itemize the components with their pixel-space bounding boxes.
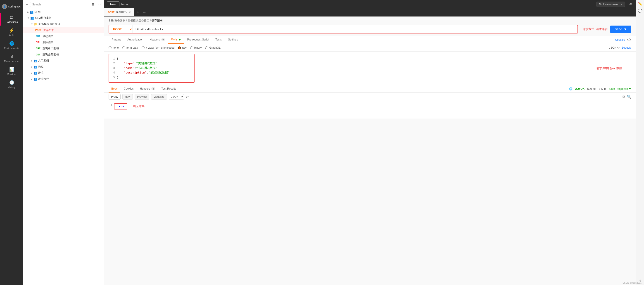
radio-form-data[interactable]: form-data — [122, 46, 138, 49]
import-button[interactable]: Import — [121, 2, 130, 6]
active-tab[interactable]: POST 保存图书 × — [104, 8, 134, 16]
get-single-label: 查询单个图书 — [42, 46, 59, 50]
url-input[interactable] — [133, 26, 578, 33]
filter-button[interactable]: ☰ — [90, 2, 96, 7]
settings-tab[interactable]: Settings — [225, 36, 241, 44]
add-tab-button[interactable]: + — [134, 8, 142, 16]
delete-book-label: 删除图书 — [42, 40, 54, 44]
response-time: 500 ms — [587, 87, 596, 90]
raw-button[interactable]: Raw — [122, 94, 133, 100]
search-response-button[interactable]: 🔍 — [627, 94, 631, 99]
tree-item-books-folder[interactable]: ▼ 📁 图书模块后台接口 — [22, 21, 104, 27]
tree-item-get-single[interactable]: GET 查询单个图书 — [22, 46, 104, 52]
cookies-link[interactable]: Cookies — [615, 38, 625, 42]
sidebar-item-monitors[interactable]: 📊 Monitors — [0, 65, 22, 78]
tree-item-ssm[interactable]: ▼ 👥 SSM整合案例 — [22, 15, 104, 21]
eye-icon[interactable]: 👁 — [628, 2, 633, 7]
search-input[interactable] — [30, 2, 89, 7]
intro-folder-icon: 👥 — [34, 59, 37, 62]
env-selector[interactable]: No Environment ▼ — [596, 2, 625, 7]
pretty-button[interactable]: Pretty — [108, 94, 120, 100]
radio-graphql[interactable]: GraphQL — [205, 46, 220, 49]
tree-container: ▶ 👥 REST ▼ 👥 SSM整合案例 ▼ 📁 图书模块后台接口 POST 保… — [22, 9, 104, 285]
radio-binary[interactable]: binary — [190, 46, 202, 49]
response-format-select[interactable]: JSON HTML Text — [169, 94, 184, 100]
visualize-button[interactable]: Visualize — [151, 94, 167, 100]
tree-item-rest[interactable]: ▶ 👥 REST — [22, 9, 104, 15]
sidebar-item-collections[interactable]: 🗂 Collections — [0, 13, 22, 26]
cursor-area — [108, 110, 631, 116]
tests-tab-label: Tests — [215, 38, 222, 41]
pre-request-tab[interactable]: Pre-request Script — [184, 36, 212, 44]
comment-icon[interactable]: 💬 — [638, 9, 642, 13]
beautify-button[interactable]: Beautify — [622, 46, 631, 49]
authorization-tab[interactable]: Authorization — [124, 36, 146, 44]
resp-cookies-tab[interactable]: Cookies — [121, 85, 136, 92]
breadcrumb-path: SSM整合案例 / 图书模块后台接口 / — [108, 19, 152, 22]
tree-item-intro[interactable]: ▶ 👥 入门案例 — [22, 58, 104, 64]
none-label: none — [113, 46, 119, 49]
new-collection-button[interactable]: + — [25, 2, 29, 7]
sidebar-item-history[interactable]: 🕐 History — [0, 78, 22, 91]
cursor-bar — [113, 111, 113, 114]
headers-tab[interactable]: Headers 9 — [146, 36, 168, 44]
method-select[interactable]: POST GET PUT DELETE — [109, 25, 133, 33]
radio-none[interactable]: none — [108, 46, 119, 49]
tree-item-save-book[interactable]: POST 保存图书 — [22, 27, 104, 33]
code-annotation: 请求体中的json数据 — [596, 66, 622, 70]
response-body: 1 true 响应结果 — [104, 101, 636, 119]
del-badge: DEL — [34, 41, 42, 44]
mock-servers-label: Mock Servers — [4, 60, 19, 62]
send-dropdown-icon[interactable]: ▼ — [624, 27, 627, 31]
graphql-label: GraphQL — [209, 46, 220, 49]
code-line-5: 5 } — [111, 75, 192, 80]
body-dot-indicator: ● — [179, 38, 181, 42]
tab-method-label: POST — [108, 11, 114, 14]
save-response-dropdown-icon: ▼ — [628, 87, 631, 90]
preview-button[interactable]: Preview — [134, 94, 149, 100]
request-path-chevron-icon: ▶ — [31, 78, 32, 80]
tree-item-request-path[interactable]: ▶ 👥 请求路径 — [22, 76, 104, 82]
code-editor[interactable]: 1 { 2 "type":"类别测试数据", 3 "name":"书名测试数据"… — [108, 54, 194, 83]
wrap-lines-button[interactable]: ⇌ — [186, 94, 189, 99]
new-button[interactable]: New — [107, 1, 120, 7]
save-response-button[interactable]: Save Response ▼ — [609, 87, 631, 90]
response-format-bar: Pretty Raw Preview Visualize JSON HTML T… — [104, 93, 636, 101]
resp-test-results-tab[interactable]: Test Results — [159, 85, 179, 92]
tab-close-button[interactable]: × — [129, 10, 131, 14]
resp-headers-tab[interactable]: Headers 4 — [137, 85, 158, 92]
code-icon[interactable]: </> — [627, 38, 631, 42]
tree-item-get-all[interactable]: GET 查询全部图书 — [22, 52, 104, 58]
request-group-label: 请求 — [38, 71, 44, 75]
tests-tab[interactable]: Tests — [212, 36, 225, 44]
code-line-2: 2 "type":"类别测试数据", — [111, 61, 192, 66]
collections-icon: 🗂 — [10, 15, 14, 20]
collections-panel: + ☰ ··· ▶ 👥 REST ▼ 👥 SSM整合案例 ▼ 📁 图书模块后台接… — [22, 0, 104, 285]
request-area: SSM整合案例 / 图书模块后台接口 / 保存图书 POST GET PUT D… — [104, 16, 636, 285]
response-true-value: true — [117, 105, 124, 108]
radio-raw[interactable]: raw — [178, 46, 186, 49]
get-badge-single: GET — [34, 47, 42, 50]
sidebar-item-apis[interactable]: ⚡ APIs — [0, 26, 22, 39]
more-tabs-icon[interactable]: ··· — [142, 11, 148, 14]
tree-item-delete-book[interactable]: DEL 删除图书 — [22, 39, 104, 46]
code-editor-wrapper: 1 { 2 "type":"类别测试数据", 3 "name":"书名测试数据"… — [104, 52, 636, 85]
params-tab[interactable]: Params — [108, 36, 124, 44]
edit-icon[interactable]: ✏️ — [638, 2, 642, 6]
body-tab[interactable]: Body ● — [168, 36, 184, 44]
radio-urlencoded[interactable]: x-www-form-urlencoded — [142, 46, 174, 49]
env-selector-label: No Environment — [599, 3, 618, 6]
headers-count-badge: 9 — [161, 38, 165, 41]
json-type-select[interactable]: JSON Text XML — [608, 46, 620, 50]
collections-label: Collections — [6, 20, 18, 23]
tree-item-request[interactable]: ▶ 👥 请求 — [22, 70, 104, 76]
resp-body-tab[interactable]: Body — [108, 85, 120, 92]
tree-item-response[interactable]: ▶ 👥 响应 — [22, 64, 104, 70]
send-button[interactable]: Send ▼ — [610, 26, 631, 33]
tree-item-edit-book[interactable]: PUT 修改图书 — [22, 33, 104, 39]
sidebar-item-mock-servers[interactable]: 🖥 Mock Servers — [0, 52, 22, 65]
sidebar-item-environments[interactable]: 🌐 Environments — [0, 39, 22, 52]
copy-response-button[interactable]: ⧉ — [622, 94, 625, 99]
response-tabs: Body Cookies Headers 4 Test Results 🌐 20… — [104, 85, 636, 93]
more-button[interactable]: ··· — [97, 2, 102, 7]
